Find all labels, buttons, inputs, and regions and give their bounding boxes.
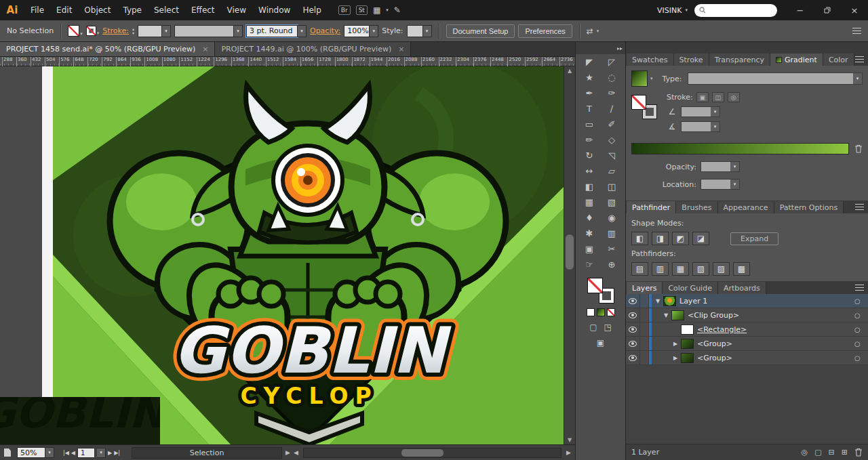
width-tool-icon[interactable]: ↔ [578, 163, 601, 179]
expand-button[interactable]: Expand [730, 232, 778, 245]
zoom-control[interactable]: 50% ▾ [17, 447, 54, 458]
arrange-caret-icon[interactable]: ▾ [597, 28, 599, 34]
gradient-along-stroke-icon[interactable]: ◫ [712, 92, 724, 102]
opacity-link[interactable]: Opacity: [310, 26, 340, 35]
tab-stroke[interactable]: Stroke [674, 54, 709, 66]
gradient-tool-icon[interactable]: ▧ [601, 194, 623, 210]
target-circle-icon[interactable]: ○ [854, 354, 868, 362]
document-icon[interactable] [4, 448, 11, 457]
gradient-swatch-caret-icon[interactable]: ▾ [650, 76, 653, 81]
lasso-tool-icon[interactable]: ◌ [601, 70, 623, 85]
hand-tool-icon[interactable]: ☞ [578, 257, 601, 272]
magic-wand-tool-icon[interactable]: ★ [578, 70, 601, 85]
caret-down-icon[interactable]: ▾ [711, 107, 719, 117]
panel-menu-icon[interactable] [855, 56, 864, 62]
mesh-tool-icon[interactable]: ▦ [578, 194, 601, 210]
menu-edit[interactable]: Edit [50, 0, 78, 20]
stroke-swatch-none[interactable] [86, 26, 96, 36]
opacity-caret-icon[interactable]: ▾ [370, 25, 378, 37]
document-tab-1[interactable]: PROJECT 1458 send.ai* @ 50% (RGB/GPU Pre… [0, 42, 215, 56]
fill-caret-icon[interactable]: ▾ [80, 31, 83, 37]
none-chip[interactable] [607, 308, 615, 316]
layer-row-group-2[interactable]: ▶ <Group> ○ [626, 351, 868, 365]
disclosure-triangle[interactable]: ▶ [671, 341, 679, 347]
canvas-viewport[interactable]: GOBLIN GOBLIN GOBLIN CYCLOP CYCLOP GOBLI… [0, 66, 575, 444]
next-artboard-button[interactable]: ▶ [108, 450, 112, 456]
style-caret-icon[interactable]: ▾ [423, 25, 432, 37]
intersect-icon[interactable]: ◩ [672, 232, 689, 245]
panel-menu-icon[interactable] [855, 285, 864, 291]
unite-icon[interactable]: ◧ [631, 232, 648, 245]
document-setup-button[interactable]: Document Setup [446, 24, 515, 38]
fill-swatch-none[interactable] [68, 25, 79, 37]
width-profile-dropdown[interactable] [174, 25, 234, 37]
arrange-documents-caret-icon[interactable]: ▾ [386, 7, 389, 13]
control-panel-menu-icon[interactable] [852, 28, 861, 34]
tab-artboards[interactable]: Artboards [718, 282, 766, 294]
gradient-opacity-field[interactable]: ▾ [701, 161, 740, 172]
divide-icon[interactable]: ▤ [631, 262, 648, 276]
disclosure-triangle[interactable]: ▶ [671, 355, 679, 361]
scale-tool-icon[interactable]: ◹ [601, 148, 623, 163]
pencil-tool-icon[interactable]: ✏ [578, 132, 601, 148]
collapse-icon[interactable]: ▸▸ [617, 45, 623, 51]
draw-behind-icon[interactable]: ◳ [604, 322, 612, 332]
disclosure-triangle[interactable]: ▼ [654, 298, 662, 304]
menu-type[interactable]: Type [117, 0, 148, 20]
scroll-left-icon[interactable]: ◀ [294, 449, 298, 456]
fill-proxy-none[interactable] [631, 95, 646, 110]
line-segment-tool-icon[interactable]: ∕ [601, 101, 623, 117]
layer-name[interactable]: <Clip Group> [688, 311, 854, 320]
eyedropper-tool-icon[interactable]: ♦ [578, 210, 601, 226]
stroke-color-control[interactable]: ▾ [86, 26, 100, 36]
brush-definition-caret-icon[interactable]: ▾ [298, 25, 307, 37]
menu-select[interactable]: Select [148, 0, 185, 20]
selection-tool-icon[interactable]: ◤ [578, 54, 601, 70]
locate-object-icon[interactable]: ◎ [802, 448, 808, 457]
gradient-location-field[interactable]: ▾ [701, 179, 740, 190]
perspective-grid-tool-icon[interactable]: ◫ [601, 179, 623, 194]
first-artboard-button[interactable]: |◀ [63, 450, 69, 456]
pen-tool-icon[interactable]: ✒ [578, 85, 601, 101]
exclude-icon[interactable]: ◪ [692, 232, 709, 245]
stepper-down-icon[interactable]: ▾ [132, 31, 134, 35]
curvature-tool-icon[interactable]: ✑ [601, 85, 623, 101]
target-circle-icon[interactable]: ○ [854, 326, 868, 333]
menu-help[interactable]: Help [296, 0, 327, 20]
gradient-type-dropdown[interactable]: ▾ [688, 72, 863, 85]
last-artboard-button[interactable]: ▶| [114, 450, 120, 456]
minus-back-icon[interactable]: ▩ [733, 262, 750, 276]
horizontal-scroll-thumb[interactable] [401, 449, 443, 457]
vertical-scroll-thumb[interactable] [566, 234, 574, 270]
screen-mode-icon[interactable]: ▣ [597, 338, 604, 348]
minus-front-icon[interactable]: ◨ [652, 232, 669, 245]
lock-toggle[interactable] [640, 322, 649, 336]
close-button[interactable]: × [841, 0, 868, 20]
visibility-toggle[interactable] [626, 351, 640, 364]
tab-color[interactable]: Color [823, 54, 854, 66]
disclosure-triangle[interactable]: ▼ [662, 312, 670, 318]
style-dropdown[interactable] [407, 25, 423, 37]
scroll-right-icon[interactable]: ▶ [566, 449, 571, 456]
tab-close-icon[interactable]: × [398, 45, 404, 54]
layer-thumbnail[interactable] [681, 325, 694, 335]
caret-down-icon[interactable]: ▾ [730, 180, 739, 189]
document-tab-2[interactable]: PROJECT 1449.ai @ 100% (RGB/GPU Preview)… [215, 42, 411, 56]
tab-gradient[interactable]: Gradient [770, 54, 823, 66]
search-box[interactable] [694, 4, 777, 17]
brush-definition-dropdown[interactable]: 3 pt. Round [246, 25, 298, 37]
shape-builder-tool-icon[interactable]: ◧ [578, 179, 601, 194]
crop-icon[interactable]: ▧ [692, 262, 709, 276]
trim-icon[interactable]: ▥ [652, 262, 669, 276]
fill-color-control[interactable]: ▾ [68, 25, 83, 37]
preferences-button[interactable]: Preferences [518, 24, 572, 38]
stroke-link[interactable]: Stroke: [102, 26, 129, 35]
artboard-number-field[interactable]: 1 [77, 448, 95, 458]
opacity-field[interactable]: 100% [344, 25, 370, 37]
menu-file[interactable]: File [24, 0, 50, 20]
gradient-swatch-thumb[interactable] [631, 70, 648, 87]
delete-stop-trash-icon[interactable] [854, 144, 863, 153]
layer-row-layer-1[interactable]: ▼ Layer 1 ○ [626, 294, 868, 308]
tab-swatches[interactable]: Swatches [627, 54, 674, 66]
color-chip[interactable] [587, 308, 595, 316]
